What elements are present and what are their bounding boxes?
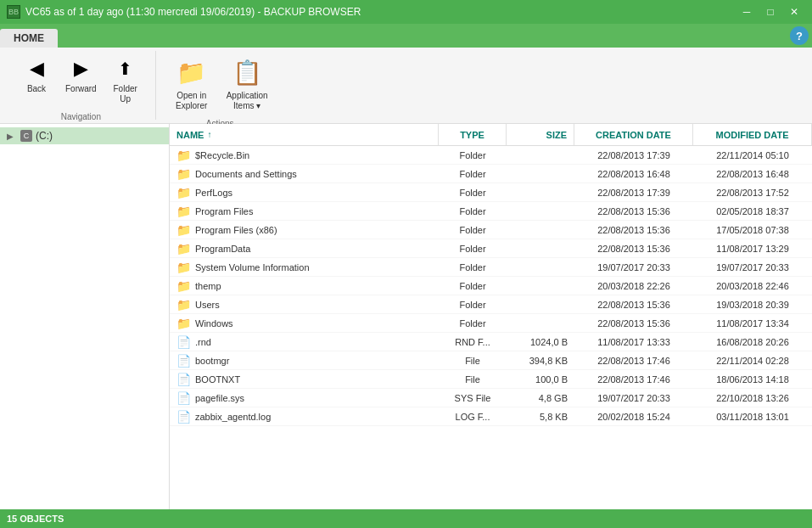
app-icon: BB [7, 5, 20, 19]
file-size: 394,8 KB [507, 356, 574, 366]
status-bar: 15 OBJECTS [0, 509, 812, 528]
application-items-icon: 📋 [230, 55, 264, 89]
col-name-label: NAME [176, 130, 204, 140]
file-type: Folder [439, 300, 507, 310]
file-type: Folder [439, 150, 507, 160]
ribbon-group-actions: 📁 Open inExplorer 📋 ApplicationItems ▾ A… [156, 51, 284, 120]
file-creation: 19/07/2017 20:33 [574, 262, 693, 272]
table-row[interactable]: 📄 .rnd RND F... 1024,0 B 11/08/2017 13:3… [170, 333, 812, 351]
file-list-container: NAME ↑ TYPE SIZE CREATION DATE MODIFIED … [170, 124, 812, 509]
folder-icon: 📁 [176, 279, 191, 293]
file-name: 📁 System Volume Information [170, 261, 439, 274]
folder-icon: 📁 [176, 205, 191, 218]
status-label: 15 OBJECTS [7, 514, 64, 524]
col-header-creation[interactable]: CREATION DATE [574, 124, 693, 145]
back-label: Back [27, 84, 46, 94]
folder-up-icon: ⬆ [112, 55, 139, 82]
file-creation: 22/08/2013 15:36 [574, 206, 693, 216]
file-modified: 11/08/2017 13:29 [693, 244, 812, 254]
file-creation: 22/08/2013 15:36 [574, 244, 693, 254]
table-row[interactable]: 📁 PerfLogs Folder 22/08/2013 17:39 22/08… [170, 183, 812, 202]
file-size: 1024,0 B [507, 337, 574, 347]
file-type: File [439, 356, 507, 366]
file-icon: 📄 [176, 354, 191, 368]
help-button[interactable]: ? [790, 26, 809, 45]
file-creation: 11/08/2017 13:33 [574, 337, 693, 347]
file-icon: 📄 [176, 410, 191, 424]
table-row[interactable]: 📁 themp Folder 20/03/2018 22:26 20/03/20… [170, 277, 812, 295]
application-items-label: ApplicationItems ▾ [227, 91, 268, 111]
ribbon-group-navigation: ◀ Back ▶ Forward ⬆ FolderUp Navigation [7, 51, 156, 120]
file-type: Folder [439, 188, 507, 198]
table-row[interactable]: 📁 ProgramData Folder 22/08/2013 15:36 11… [170, 239, 812, 258]
open-in-explorer-button[interactable]: 📁 Open inExplorer [166, 51, 217, 115]
application-items-button[interactable]: 📋 ApplicationItems ▾ [221, 51, 274, 115]
col-header-type[interactable]: TYPE [439, 124, 507, 145]
back-button[interactable]: ◀ Back [17, 51, 56, 98]
navigation-group-label: Navigation [61, 112, 101, 121]
file-modified: 16/08/2018 20:26 [693, 337, 812, 347]
folder-icon: 📁 [176, 186, 191, 199]
restore-button[interactable]: □ [759, 3, 781, 20]
col-header-modified[interactable]: MODIFIED DATE [693, 124, 812, 145]
table-row[interactable]: 📁 Documents and Settings Folder 22/08/20… [170, 165, 812, 183]
file-name: 📄 pagefile.sys [170, 391, 439, 405]
table-row[interactable]: 📁 $Recycle.Bin Folder 22/08/2013 17:39 2… [170, 146, 812, 165]
col-header-name[interactable]: NAME ↑ [170, 124, 439, 145]
col-type-label: TYPE [460, 130, 484, 140]
file-size: 5,8 KB [507, 412, 574, 422]
file-type: Folder [439, 225, 507, 235]
drive-icon: C [20, 130, 32, 142]
file-name: 📁 Windows [170, 317, 439, 330]
folder-up-label: FolderUp [114, 84, 137, 104]
file-creation: 22/08/2013 15:36 [574, 318, 693, 329]
file-name: 📄 bootmgr [170, 354, 439, 368]
file-creation: 22/08/2013 17:39 [574, 188, 693, 198]
ribbon: ◀ Back ▶ Forward ⬆ FolderUp Navigation 📁… [0, 48, 812, 124]
file-creation: 20/02/2018 15:24 [574, 412, 693, 422]
file-size: 4,8 GB [507, 393, 574, 403]
folder-icon: 📁 [176, 167, 191, 181]
file-icon: 📄 [176, 335, 191, 349]
col-creation-label: CREATION DATE [596, 130, 671, 140]
table-row[interactable]: 📁 Program Files Folder 22/08/2013 15:36 … [170, 202, 812, 221]
col-header-size[interactable]: SIZE [507, 124, 574, 145]
file-modified: 22/10/2018 13:26 [693, 393, 812, 403]
file-name: 📁 Users [170, 298, 439, 312]
file-icon: 📄 [176, 391, 191, 405]
table-row[interactable]: 📄 bootmgr File 394,8 KB 22/08/2013 17:46… [170, 351, 812, 370]
sidebar-item-label: (C:) [36, 130, 53, 142]
table-row[interactable]: 📁 Program Files (x86) Folder 22/08/2013 … [170, 221, 812, 239]
forward-button[interactable]: ▶ Forward [59, 51, 103, 98]
file-list-header: NAME ↑ TYPE SIZE CREATION DATE MODIFIED … [170, 124, 812, 146]
file-modified: 02/05/2018 18:37 [693, 206, 812, 216]
file-modified: 22/08/2013 16:48 [693, 169, 812, 179]
table-row[interactable]: 📁 Windows Folder 22/08/2013 15:36 11/08/… [170, 314, 812, 333]
file-type: Folder [439, 169, 507, 179]
tab-home[interactable]: HOME [0, 29, 58, 48]
file-name: 📁 PerfLogs [170, 186, 439, 199]
folder-up-button[interactable]: ⬆ FolderUp [106, 51, 145, 109]
file-modified: 03/11/2018 13:01 [693, 412, 812, 422]
close-button[interactable]: ✕ [783, 3, 805, 20]
minimize-button[interactable]: ─ [736, 3, 758, 20]
sidebar-item-drive-c[interactable]: ▶ C (C:) [0, 127, 169, 144]
file-creation: 22/08/2013 17:46 [574, 356, 693, 366]
table-row[interactable]: 📄 pagefile.sys SYS File 4,8 GB 19/07/201… [170, 389, 812, 407]
file-type: File [439, 374, 507, 385]
table-row[interactable]: 📄 zabbix_agentd.log LOG F... 5,8 KB 20/0… [170, 407, 812, 426]
file-modified: 20/03/2018 22:46 [693, 281, 812, 291]
file-creation: 22/08/2013 17:39 [574, 150, 693, 160]
file-type: LOG F... [439, 412, 507, 422]
table-row[interactable]: 📄 BOOTNXT File 100,0 B 22/08/2013 17:46 … [170, 370, 812, 389]
folder-icon: 📁 [176, 261, 191, 274]
folder-icon: 📁 [176, 242, 191, 256]
file-name: 📁 $Recycle.Bin [170, 149, 439, 162]
file-type: Folder [439, 318, 507, 329]
file-name: 📁 themp [170, 279, 439, 293]
table-row[interactable]: 📁 System Volume Information Folder 19/07… [170, 258, 812, 277]
file-name: 📁 Program Files (x86) [170, 223, 439, 237]
table-row[interactable]: 📁 Users Folder 22/08/2013 15:36 19/03/20… [170, 295, 812, 314]
title-bar: BB VC65 as of 1 day ago (11:30 mercredi … [0, 0, 812, 24]
open-in-explorer-label: Open inExplorer [176, 91, 207, 111]
